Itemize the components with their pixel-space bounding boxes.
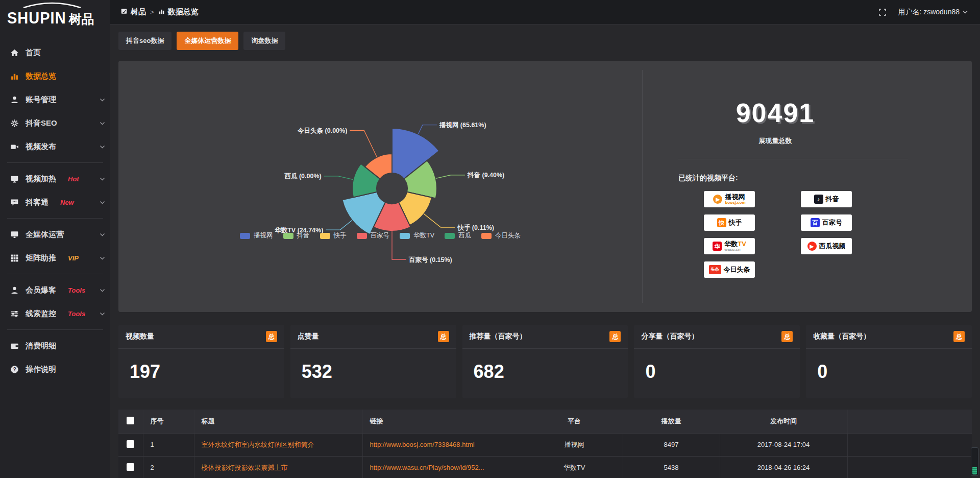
scrollbar-widget[interactable] [971, 447, 978, 476]
select-all-checkbox[interactable] [127, 417, 134, 424]
stat-card-value: 682 [462, 349, 628, 383]
total-badge: 总 [266, 331, 277, 342]
stat-card-点赞量: 点赞量总532 [290, 325, 456, 398]
tab-询盘数据[interactable]: 询盘数据 [243, 32, 285, 50]
tab-全媒体运营数据[interactable]: 全媒体运营数据 [177, 32, 238, 50]
platform-grid: ▶播视网boosj.com♪抖音快快手百百家号华华数TVwasu.cn▶西瓜视频… [704, 191, 972, 278]
summary-zone: 90491 展现量总数 已统计的视频平台: ▶播视网boosj.com♪抖音快快… [643, 61, 972, 312]
scrollbar-thumb[interactable] [972, 467, 977, 474]
breadcrumb: 树品>数据总览 [120, 7, 199, 17]
user-menu[interactable]: 用户名: zswodun88 [898, 8, 968, 17]
pie-label-百家号: 百家号 (0.15%) [408, 256, 452, 264]
chevron-down-icon [963, 10, 968, 14]
stat-card-value: 0 [634, 349, 800, 383]
cell-title[interactable]: 楼体投影灯投影效果震撼上市 [194, 456, 362, 478]
table-header-row: 序号标题链接平台播放量发布时间 [118, 410, 972, 433]
stat-card-value: 532 [290, 349, 456, 383]
sidebar-item-全媒体运营[interactable]: 全媒体运营 [0, 223, 110, 246]
sidebar-item-label: 矩阵助推 [26, 253, 56, 263]
legend-marker [400, 233, 410, 239]
platform-logo-icon: ♪ [814, 195, 823, 204]
sidebar-item-视频发布[interactable]: 视频发布 [0, 135, 110, 158]
pie-label-今日头条: 今日头条 (0.00%) [297, 127, 347, 134]
total-badge: 总 [953, 331, 965, 342]
pie-label-line [424, 214, 455, 227]
breadcrumb-item-2[interactable]: 数据总览 [158, 7, 199, 17]
total-badge: 总 [438, 331, 449, 342]
table-header-empty [847, 410, 972, 433]
table-header-checkbox [118, 410, 143, 433]
sidebar-item-操作说明[interactable]: ?操作说明 [0, 357, 110, 381]
logo-text-cn: 树品 [69, 11, 94, 28]
fullscreen-icon[interactable] [878, 8, 887, 16]
platform-domain: boosj.com [725, 201, 745, 205]
sidebar-item-label: 账号管理 [26, 95, 56, 105]
sidebar-item-消费明细[interactable]: 消费明细 [0, 334, 110, 357]
sidebar-item-矩阵助推[interactable]: 矩阵助推VIP [0, 246, 110, 270]
platform-badge-今日头条: 头条今日头条 [704, 261, 755, 278]
video-camera-icon [10, 142, 19, 151]
legend-item-播视网[interactable]: 播视网 [240, 231, 273, 240]
stat-card-收藏量（百家号）: 收藏量（百家号）总0 [806, 325, 972, 398]
chevron-down-icon [100, 289, 105, 292]
cell-platform: 播视网 [526, 433, 623, 456]
tab-抖音seo数据[interactable]: 抖音seo数据 [118, 32, 172, 50]
sidebar-item-badge: Hot [68, 175, 79, 183]
stat-card-value: 0 [806, 349, 972, 383]
cell-link[interactable]: http://www.wasu.cn/Play/show/id/952... [362, 456, 526, 478]
platform-name: 快手 [729, 219, 742, 226]
legend-item-抖音[interactable]: 抖音 [283, 231, 310, 240]
logo-text-en: SHUPIN [7, 10, 66, 28]
username-label: 用户名: zswodun88 [898, 8, 960, 17]
sliders-icon [10, 309, 19, 318]
breadcrumb-label: 数据总览 [168, 7, 199, 17]
legend-item-百家号[interactable]: 百家号 [357, 231, 390, 240]
cell-link[interactable]: http://www.boosj.com/7338468.html [362, 433, 526, 456]
platform-name: 百家号 [822, 219, 842, 226]
sidebar-item-label: 抖音SEO [26, 118, 57, 128]
chevron-down-icon [100, 256, 105, 260]
content: 抖音seo数据全媒体运营数据询盘数据 播视网 (65.61%)抖音 (9.40%… [110, 25, 980, 478]
main-area: 树品>数据总览 用户名: zswodun88 抖音seo数据全媒体运营数据询盘数… [110, 0, 980, 478]
video-table: 序号标题链接平台播放量发布时间 1室外水纹灯和室内水纹灯的区别和简介http:/… [118, 410, 972, 478]
cell-empty [847, 456, 972, 478]
row-checkbox[interactable] [127, 463, 134, 471]
cell-title[interactable]: 室外水纹灯和室内水纹灯的区别和简介 [194, 433, 362, 456]
pie-label-抖音: 抖音 (9.40%) [467, 172, 504, 179]
cell-plays: 8497 [623, 433, 720, 456]
legend-item-快手[interactable]: 快手 [320, 231, 347, 240]
sidebar-item-抖音SEO[interactable]: 抖音SEO [0, 111, 110, 135]
pie-label-line [324, 176, 353, 180]
legend-label: 西瓜 [458, 231, 471, 240]
platform-badge-华数TV: 华华数TVwasu.cn [704, 238, 755, 254]
legend-item-华数TV[interactable]: 华数TV [400, 231, 434, 240]
sidebar-item-线索监控[interactable]: 线索监控Tools [0, 302, 110, 325]
sidebar-item-首页[interactable]: 首页 [0, 41, 110, 64]
platform-name: 播视网 [725, 194, 745, 201]
breadcrumb-item-1[interactable]: 树品 [120, 7, 146, 17]
row-checkbox[interactable] [127, 440, 134, 448]
sidebar-item-会员爆客[interactable]: 会员爆客Tools [0, 278, 110, 302]
topbar: 树品>数据总览 用户名: zswodun88 [110, 0, 980, 25]
sidebar-item-抖客通[interactable]: 抖客通New [0, 190, 110, 214]
row-checkbox-cell [118, 433, 143, 456]
sidebar-item-数据总览[interactable]: 数据总览 [0, 64, 110, 88]
table-header-平台: 平台 [526, 410, 623, 433]
sidebar-item-账号管理[interactable]: 账号管理 [0, 88, 110, 111]
app-logo: SHUPIN 树品 [0, 0, 110, 33]
sidebar-item-label: 消费明细 [26, 341, 56, 351]
platform-logo-icon: 快 [717, 218, 726, 227]
sidebar-item-label: 全媒体运营 [26, 230, 64, 240]
pie-label-播视网: 播视网 (65.61%) [439, 122, 486, 129]
sidebar-divider [7, 274, 103, 274]
data-tabs: 抖音seo数据全媒体运营数据询盘数据 [118, 32, 972, 50]
sidebar-item-视频加热[interactable]: 视频加热Hot [0, 167, 110, 190]
stat-card-视频数量: 视频数量总197 [118, 325, 284, 398]
sidebar-item-label: 抖客通 [26, 198, 48, 207]
sidebar-item-label: 首页 [26, 48, 41, 58]
legend-label: 百家号 [371, 231, 390, 240]
legend-item-今日头条[interactable]: 今日头条 [481, 231, 521, 240]
platform-logo-icon: 百 [811, 218, 820, 227]
chevron-down-icon [100, 98, 105, 102]
legend-item-西瓜[interactable]: 西瓜 [445, 231, 471, 240]
